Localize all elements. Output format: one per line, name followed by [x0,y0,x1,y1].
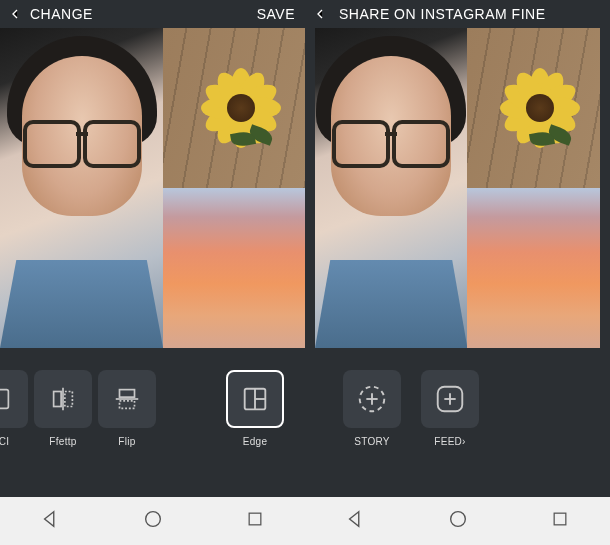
collage-photo-sunset[interactable] [163,188,305,348]
save-button[interactable]: SAVE [257,6,295,22]
svg-rect-12 [249,513,261,525]
android-navbar [305,497,610,545]
preview-photo-sunset [467,188,600,348]
tool-flip[interactable]: Flip [98,370,156,447]
collage-photo-main[interactable] [0,28,163,348]
nav-back-icon[interactable] [40,508,62,534]
share-option-label: STORY [354,436,390,447]
tool-ffettp[interactable]: Ffettp [34,370,92,447]
change-button[interactable]: CHANGE [30,6,93,22]
svg-marker-10 [45,512,54,527]
svg-rect-0 [0,390,8,409]
feed-icon [421,370,479,428]
layout-icon [226,370,284,428]
nav-recent-icon[interactable] [550,509,570,533]
share-story-button[interactable]: STORY [343,370,401,447]
collage-photo-sunflower[interactable] [163,28,305,188]
nav-home-icon[interactable] [447,508,469,534]
share-title: SHARE ON INSTAGRAM FINE [339,6,545,22]
tool-label: Ffettp [49,436,76,447]
share-screen: SHARE ON INSTAGRAM FINE [305,0,610,545]
svg-marker-19 [350,512,359,527]
preview-photo-sunflower [467,28,600,188]
tool-edge[interactable]: Edge [226,370,284,447]
tool-label: Edge [243,436,268,447]
editor-header: CHANGE SAVE [0,0,305,28]
nav-back-icon[interactable] [345,508,367,534]
editor-screen: CHANGE SAVE [0,0,305,545]
collage-canvas[interactable] [0,28,305,348]
android-navbar [0,497,305,545]
share-feed-button[interactable]: FEED› [421,370,479,447]
back-icon[interactable] [6,5,24,23]
svg-rect-5 [120,401,135,409]
tool-isci[interactable]: ISCI [0,370,28,447]
svg-point-11 [146,512,161,527]
collage-preview [305,28,610,348]
nav-home-icon[interactable] [142,508,164,534]
tool-label: Flip [118,436,135,447]
svg-rect-4 [120,390,135,398]
nav-recent-icon[interactable] [245,509,265,533]
story-icon [343,370,401,428]
svg-rect-21 [554,513,566,525]
share-header: SHARE ON INSTAGRAM FINE [305,0,610,28]
back-icon[interactable] [311,5,329,23]
tool-label: Mirrors [174,436,207,447]
preview-photo-main [315,28,467,348]
svg-point-20 [451,512,466,527]
svg-rect-2 [65,392,73,407]
svg-rect-1 [54,392,62,407]
tool-label: ISCI [0,436,9,447]
share-option-label: FEED› [434,436,466,447]
